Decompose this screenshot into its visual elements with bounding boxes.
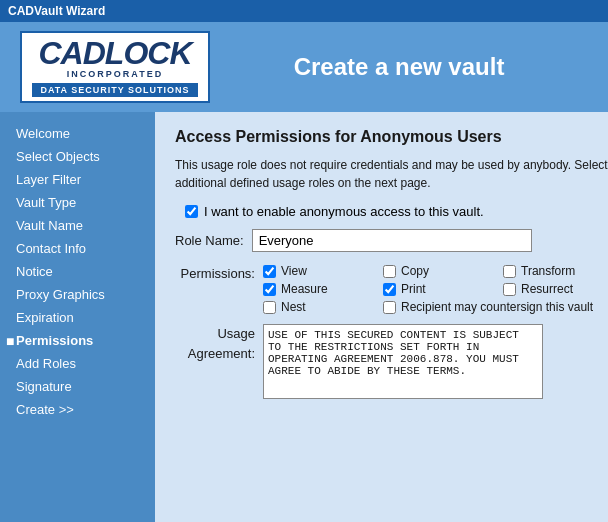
sidebar-item-label: Select Objects bbox=[16, 149, 100, 164]
perm-copy-checkbox[interactable] bbox=[383, 265, 396, 278]
perm-copy: Copy bbox=[383, 264, 503, 278]
content-title: Access Permissions for Anonymous Users bbox=[175, 128, 608, 146]
enable-anonymous-row: I want to enable anonymous access to thi… bbox=[185, 204, 608, 219]
logo-inc: INCORPORATED bbox=[67, 69, 163, 79]
perm-measure-checkbox[interactable] bbox=[263, 283, 276, 296]
permissions-label: Permissions: bbox=[175, 264, 255, 281]
header: CADLOCK INCORPORATED DATA SECURITY SOLUT… bbox=[0, 22, 608, 112]
perm-copy-label: Copy bbox=[401, 264, 429, 278]
perm-view: View bbox=[263, 264, 383, 278]
role-name-input[interactable] bbox=[252, 229, 532, 252]
sidebar-item-label: Signature bbox=[16, 379, 72, 394]
perm-transform: Transform bbox=[503, 264, 608, 278]
window-title: CADVault Wizard bbox=[8, 4, 105, 18]
enable-anonymous-label: I want to enable anonymous access to thi… bbox=[204, 204, 484, 219]
sidebar-item-add-roles[interactable]: Add Roles bbox=[0, 352, 155, 375]
perm-resurrect: Resurrect bbox=[503, 282, 608, 296]
permissions-section: Permissions: View Copy Transform bbox=[175, 264, 608, 314]
perm-print: Print bbox=[383, 282, 503, 296]
title-bar: CADVault Wizard bbox=[0, 0, 608, 22]
perm-measure-label: Measure bbox=[281, 282, 328, 296]
content-description: This usage role does not require credent… bbox=[175, 156, 608, 192]
sidebar-item-welcome[interactable]: Welcome bbox=[0, 122, 155, 145]
perm-resurrect-label: Resurrect bbox=[521, 282, 573, 296]
enable-anonymous-checkbox[interactable] bbox=[185, 205, 198, 218]
sidebar: Welcome Select Objects Layer Filter Vaul… bbox=[0, 112, 155, 522]
sidebar-item-contact-info[interactable]: Contact Info bbox=[0, 237, 155, 260]
sidebar-item-expiration[interactable]: Expiration bbox=[0, 306, 155, 329]
sidebar-item-notice[interactable]: Notice bbox=[0, 260, 155, 283]
sidebar-item-label: Layer Filter bbox=[16, 172, 81, 187]
sidebar-item-vault-type[interactable]: Vault Type bbox=[0, 191, 155, 214]
usage-section: UsageAgreement: USE OF THIS SECURED CONT… bbox=[175, 324, 608, 399]
role-name-row: Role Name: bbox=[175, 229, 608, 252]
perm-nest: Nest bbox=[263, 300, 383, 314]
sidebar-item-label: Proxy Graphics bbox=[16, 287, 105, 302]
perm-countersign: Recipient may countersign this vault bbox=[383, 300, 608, 314]
usage-label: UsageAgreement: bbox=[175, 324, 255, 363]
sidebar-item-label: Contact Info bbox=[16, 241, 86, 256]
perm-measure: Measure bbox=[263, 282, 383, 296]
logo-tagline: DATA SECURITY SOLUTIONS bbox=[32, 83, 198, 97]
sidebar-item-label: Welcome bbox=[16, 126, 70, 141]
perm-resurrect-checkbox[interactable] bbox=[503, 283, 516, 296]
sidebar-item-vault-name[interactable]: Vault Name bbox=[0, 214, 155, 237]
perm-transform-checkbox[interactable] bbox=[503, 265, 516, 278]
logo-cadlock: CADLOCK bbox=[39, 37, 192, 69]
perm-print-label: Print bbox=[401, 282, 426, 296]
sidebar-item-permissions[interactable]: ■ Permissions bbox=[0, 329, 155, 352]
content-area: Access Permissions for Anonymous Users T… bbox=[155, 112, 608, 522]
active-bullet-icon: ■ bbox=[6, 333, 14, 349]
sidebar-item-select-objects[interactable]: Select Objects bbox=[0, 145, 155, 168]
perm-print-checkbox[interactable] bbox=[383, 283, 396, 296]
sidebar-item-label: Notice bbox=[16, 264, 53, 279]
logo-box: CADLOCK INCORPORATED DATA SECURITY SOLUT… bbox=[20, 31, 210, 103]
sidebar-item-layer-filter[interactable]: Layer Filter bbox=[0, 168, 155, 191]
perm-transform-label: Transform bbox=[521, 264, 575, 278]
perm-nest-checkbox[interactable] bbox=[263, 301, 276, 314]
perm-countersign-label: Recipient may countersign this vault bbox=[401, 300, 593, 314]
sidebar-item-label: Create >> bbox=[16, 402, 74, 417]
sidebar-item-label: Vault Name bbox=[16, 218, 83, 233]
header-title: Create a new vault bbox=[210, 53, 588, 81]
perm-nest-label: Nest bbox=[281, 300, 306, 314]
sidebar-item-label: Vault Type bbox=[16, 195, 76, 210]
main-layout: Welcome Select Objects Layer Filter Vaul… bbox=[0, 112, 608, 522]
permissions-grid: View Copy Transform Measure Print bbox=[263, 264, 608, 314]
role-name-label: Role Name: bbox=[175, 233, 244, 248]
perm-view-checkbox[interactable] bbox=[263, 265, 276, 278]
perm-countersign-checkbox[interactable] bbox=[383, 301, 396, 314]
sidebar-item-create[interactable]: Create >> bbox=[0, 398, 155, 421]
perm-view-label: View bbox=[281, 264, 307, 278]
usage-agreement-textarea[interactable]: USE OF THIS SECURED CONTENT IS SUBJECT T… bbox=[263, 324, 543, 399]
sidebar-item-label: Expiration bbox=[16, 310, 74, 325]
sidebar-item-label: Add Roles bbox=[16, 356, 76, 371]
sidebar-item-signature[interactable]: Signature bbox=[0, 375, 155, 398]
sidebar-item-label: Permissions bbox=[16, 333, 93, 348]
sidebar-item-proxy-graphics[interactable]: Proxy Graphics bbox=[0, 283, 155, 306]
